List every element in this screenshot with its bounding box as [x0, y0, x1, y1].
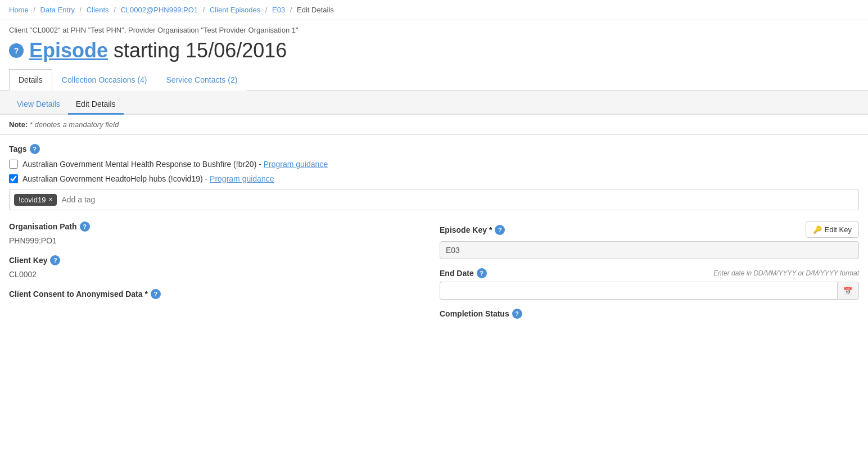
active-tag-chip: !covid19 × [14, 194, 57, 206]
tag-bushfire-label: Australian Government Mental Health Resp… [22, 160, 328, 169]
client-key-field: Client Key ? CL0002 [9, 255, 428, 280]
org-path-label: Organisation Path ? [9, 222, 428, 232]
episode-key-help-icon[interactable]: ? [495, 225, 505, 235]
completion-status-label: Completion Status ? [440, 309, 859, 319]
client-key-label: Client Key ? [9, 255, 428, 265]
client-info-text: Client "CL0002" at PHN "Test PHN", Provi… [9, 26, 299, 34]
edit-key-button[interactable]: 🔑 Edit Key [806, 222, 859, 238]
episode-key-label: Episode Key * ? [440, 225, 505, 235]
note-prefix: Note: [9, 120, 28, 129]
tags-label: Tags ? [9, 144, 859, 154]
page-header: ? Episode starting 15/06/2016 [0, 34, 868, 69]
breadcrumb-sep-1: / [33, 6, 35, 14]
org-path-value: PHN999:PO1 [9, 235, 428, 246]
tag-input-container[interactable]: !covid19 × [9, 189, 859, 210]
end-date-input-row: 📅 [440, 282, 859, 300]
breadcrumb: Home / Data Entry / Clients / CL0002@PHN… [0, 0, 868, 20]
calendar-icon: 📅 [843, 287, 853, 295]
breadcrumb-sep-5: / [265, 6, 268, 14]
tag-covid-guidance-link[interactable]: Program guidance [210, 174, 274, 183]
end-date-input[interactable] [440, 282, 837, 300]
tag-covid-checkbox[interactable] [9, 174, 18, 183]
breadcrumb-sep-3: / [114, 6, 116, 14]
breadcrumb-clients[interactable]: Clients [87, 6, 109, 14]
tab-edit-details[interactable]: Edit Details [68, 95, 124, 115]
client-info: Client "CL0002" at PHN "Test PHN", Provi… [0, 20, 868, 34]
form-section: Tags ? Australian Government Mental Heal… [0, 135, 868, 337]
client-key-label-text: Client Key [9, 256, 47, 265]
end-date-label-text: End Date [440, 269, 474, 278]
client-key-help-icon[interactable]: ? [50, 255, 60, 265]
remove-tag-button[interactable]: × [48, 196, 52, 204]
key-icon: 🔑 [813, 225, 822, 234]
end-date-label: End Date ? [440, 268, 487, 278]
two-col-layout: Organisation Path ? PHN999:PO1 Client Ke… [9, 222, 859, 328]
tab-collection-occasions[interactable]: Collection Occasions (4) [52, 69, 157, 91]
episode-help-icon[interactable]: ? [9, 43, 24, 58]
tags-label-text: Tags [9, 144, 27, 153]
primary-tabs: Details Collection Occasions (4) Service… [0, 69, 868, 91]
client-consent-label: Client Consent to Anonymised Data * ? [9, 289, 428, 299]
end-date-hint: Enter date in DD/MM/YYYY or D/M/YYYY for… [713, 269, 859, 277]
episode-title-link[interactable]: Episode [29, 39, 108, 62]
end-date-field: End Date ? Enter date in DD/MM/YYYY or D… [440, 268, 859, 300]
secondary-tabs: View Details Edit Details [0, 91, 868, 115]
left-column: Organisation Path ? PHN999:PO1 Client Ke… [9, 222, 428, 328]
client-consent-label-text: Client Consent to Anonymised Data * [9, 290, 148, 299]
client-consent-field: Client Consent to Anonymised Data * ? [9, 289, 428, 299]
calendar-button[interactable]: 📅 [837, 282, 859, 300]
tag-checkbox-bushfire: Australian Government Mental Health Resp… [9, 160, 859, 169]
client-consent-help-icon[interactable]: ? [151, 289, 161, 299]
tag-covid-label: Australian Government HeadtoHelp hubs (!… [22, 174, 274, 183]
tag-bushfire-checkbox[interactable] [9, 160, 18, 169]
breadcrumb-current: Edit Details [297, 6, 334, 14]
client-key-value: CL0002 [9, 269, 428, 280]
breadcrumb-sep-4: / [203, 6, 205, 14]
end-date-header: End Date ? Enter date in DD/MM/YYYY or D… [440, 268, 859, 278]
breadcrumb-sep-6: / [290, 6, 292, 14]
episode-title-date: starting 15/06/2016 [114, 39, 287, 62]
org-path-field: Organisation Path ? PHN999:PO1 [9, 222, 428, 246]
right-column: Episode Key * ? 🔑 Edit Key End Date ? [440, 222, 859, 328]
note-text: * denotes a mandatory field [30, 120, 119, 129]
breadcrumb-data-entry[interactable]: Data Entry [40, 6, 75, 14]
completion-status-help-icon[interactable]: ? [512, 309, 522, 319]
breadcrumb-home[interactable]: Home [9, 6, 29, 14]
end-date-help-icon[interactable]: ? [477, 268, 487, 278]
tab-view-details[interactable]: View Details [9, 95, 68, 114]
tag-bushfire-guidance-link[interactable]: Program guidance [264, 160, 328, 169]
episode-key-label-text: Episode Key * [440, 225, 492, 234]
org-path-label-text: Organisation Path [9, 222, 77, 231]
tab-service-contacts[interactable]: Service Contacts (2) [157, 69, 247, 91]
episode-key-header: Episode Key * ? 🔑 Edit Key [440, 222, 859, 238]
note-bar: Note: * denotes a mandatory field [0, 115, 868, 135]
episode-key-field: Episode Key * ? 🔑 Edit Key [440, 222, 859, 259]
breadcrumb-episode-id[interactable]: E03 [272, 6, 285, 14]
episode-key-input[interactable] [440, 241, 859, 259]
completion-status-field: Completion Status ? [440, 309, 859, 319]
breadcrumb-client-id[interactable]: CL0002@PHN999:PO1 [120, 6, 198, 14]
edit-key-button-label: Edit Key [825, 225, 852, 234]
tag-checkbox-covid: Australian Government HeadtoHelp hubs (!… [9, 174, 859, 183]
org-path-help-icon[interactable]: ? [80, 222, 90, 232]
breadcrumb-sep-2: / [80, 6, 82, 14]
breadcrumb-client-episodes[interactable]: Client Episodes [210, 6, 260, 14]
completion-status-label-text: Completion Status [440, 309, 509, 318]
active-tag-text: !covid19 [19, 196, 46, 204]
tags-help-icon[interactable]: ? [30, 144, 40, 154]
add-tag-input[interactable] [61, 195, 854, 204]
tab-details[interactable]: Details [9, 69, 52, 91]
